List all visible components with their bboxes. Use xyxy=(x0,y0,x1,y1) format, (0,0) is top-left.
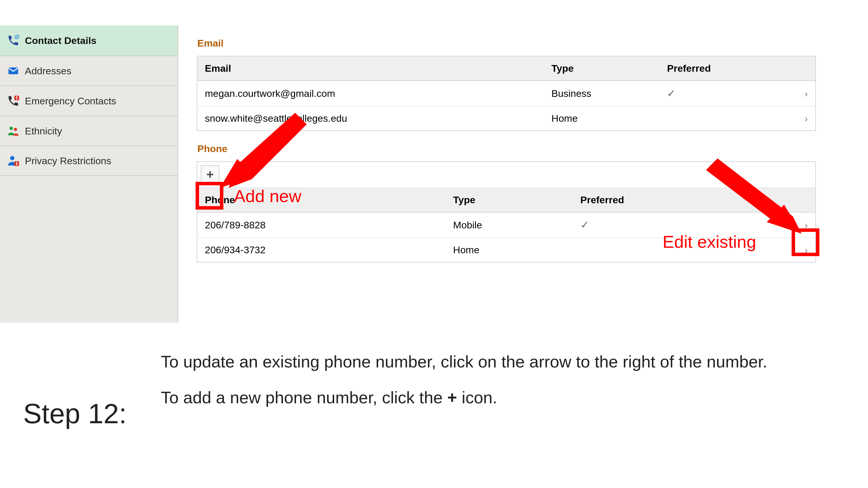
annotation-label-add: Add new xyxy=(234,186,302,206)
people-icon xyxy=(7,125,20,137)
plus-glyph: + xyxy=(447,388,457,407)
chevron-right-icon[interactable]: › xyxy=(805,89,808,99)
svg-point-3 xyxy=(9,127,13,130)
person-info-icon xyxy=(7,154,20,167)
phone-alert-icon xyxy=(7,95,20,107)
chevron-right-icon[interactable]: › xyxy=(805,113,808,124)
email-address: megan.courtwork@gmail.com xyxy=(197,80,544,106)
sidebar-label: Privacy Restrictions xyxy=(25,155,112,166)
phone-number: 206/934-3732 xyxy=(197,238,445,262)
add-phone-button[interactable]: + xyxy=(201,165,219,184)
step-line-2: To add a new phone number, click the + i… xyxy=(161,386,826,409)
phone-number: 206/789-8828 xyxy=(197,212,445,238)
annotation-arrow-add xyxy=(220,113,307,188)
sidebar-item-ethnicity[interactable]: Ethnicity xyxy=(0,116,178,146)
email-header-pref: Preferred xyxy=(659,56,787,80)
email-type: Home xyxy=(544,106,660,131)
email-header-email: Email xyxy=(197,56,544,80)
sidebar-label: Ethnicity xyxy=(25,126,62,137)
app-screenshot-region: @ Contact Details Addresses Emergency Co… xyxy=(0,26,828,323)
phone-header-type: Type xyxy=(445,188,573,212)
sidebar-item-addresses[interactable]: Addresses xyxy=(0,56,178,86)
step-line-1: To update an existing phone number, clic… xyxy=(161,350,826,373)
email-header-type: Type xyxy=(544,56,660,80)
sidebar-item-contact-details[interactable]: @ Contact Details xyxy=(0,26,178,56)
phone-at-icon: @ xyxy=(7,34,20,47)
annotation-box-add xyxy=(195,182,223,209)
check-icon: ✓ xyxy=(580,219,589,231)
phone-type: Home xyxy=(445,238,573,262)
svg-text:@: @ xyxy=(14,34,20,40)
sidebar-label: Contact Details xyxy=(25,35,97,46)
svg-point-5 xyxy=(10,156,14,160)
sidebar-item-privacy-restrictions[interactable]: Privacy Restrictions xyxy=(0,146,178,176)
annotation-label-edit: Edit existing xyxy=(662,232,756,252)
sidebar-item-emergency-contacts[interactable]: Emergency Contacts xyxy=(0,86,178,116)
envelope-icon xyxy=(7,64,20,77)
email-row[interactable]: megan.courtwork@gmail.com Business ✓ › xyxy=(197,80,816,106)
phone-type: Mobile xyxy=(445,212,573,238)
email-type: Business xyxy=(544,80,660,106)
sidebar-label: Addresses xyxy=(25,65,71,76)
step-instructions: To update an existing phone number, clic… xyxy=(161,350,826,422)
email-header-row: Email Type Preferred xyxy=(197,56,816,80)
email-section-title: Email xyxy=(197,38,816,49)
sidebar-label: Emergency Contacts xyxy=(25,95,116,107)
svg-point-4 xyxy=(14,128,17,131)
step-number: Step 12: xyxy=(23,398,127,430)
annotation-arrow-edit xyxy=(706,158,802,234)
sidebar: @ Contact Details Addresses Emergency Co… xyxy=(0,26,178,323)
check-icon: ✓ xyxy=(667,87,676,99)
